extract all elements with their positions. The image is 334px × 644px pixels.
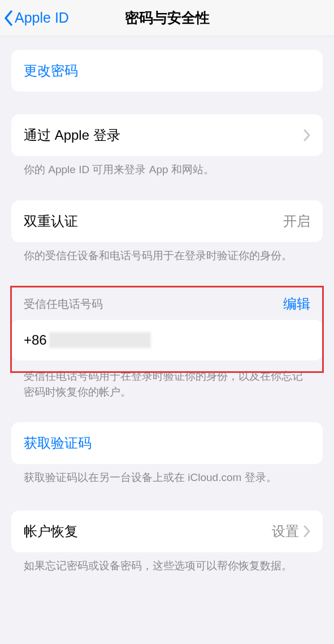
back-label: Apple ID — [15, 10, 69, 26]
trusted-phone-footer: 受信任电话号码用于在登录时验证你的身份，以及在你忘记密码时恢复你的帐户。 — [24, 368, 310, 400]
chevron-right-icon — [303, 525, 310, 538]
trusted-phone-header-label: 受信任电话号码 — [24, 297, 103, 312]
change-password-label: 更改密码 — [24, 62, 310, 80]
trusted-phone-header: 受信任电话号码 编辑 — [11, 289, 323, 320]
phone-number-redacted — [49, 332, 151, 348]
account-recovery-detail: 设置 — [272, 522, 299, 540]
chevron-right-icon — [303, 129, 310, 141]
sign-in-with-apple-label: 通过 Apple 登录 — [24, 126, 303, 144]
get-verification-code-label: 获取验证码 — [24, 434, 310, 452]
edit-button[interactable]: 编辑 — [283, 295, 310, 313]
back-button[interactable]: Apple ID — [0, 10, 69, 27]
sign-in-with-apple-footer: 你的 Apple ID 可用来登录 App 和网站。 — [24, 162, 310, 178]
two-factor-status: 开启 — [283, 212, 310, 230]
get-verification-code-row[interactable]: 获取验证码 — [11, 422, 323, 464]
two-factor-label: 双重认证 — [24, 212, 283, 230]
sign-in-with-apple-row[interactable]: 通过 Apple 登录 — [11, 114, 323, 156]
account-recovery-label: 帐户恢复 — [24, 522, 272, 540]
two-factor-row: 双重认证 开启 — [11, 200, 323, 242]
account-recovery-footer: 如果忘记密码或设备密码，这些选项可以帮你恢复数据。 — [24, 558, 310, 574]
get-verification-code-footer: 获取验证码以在另一台设备上或在 iCloud.com 登录。 — [24, 470, 310, 486]
chevron-left-icon — [3, 10, 14, 27]
nav-bar: Apple ID 密码与安全性 — [0, 0, 334, 36]
trusted-phone-row[interactable]: +86 — [11, 320, 323, 360]
two-factor-footer: 你的受信任设备和电话号码用于在登录时验证你的身份。 — [24, 248, 310, 264]
account-recovery-row[interactable]: 帐户恢复 设置 — [11, 510, 323, 552]
change-password-row[interactable]: 更改密码 — [11, 50, 323, 92]
phone-prefix: +86 — [24, 332, 47, 348]
